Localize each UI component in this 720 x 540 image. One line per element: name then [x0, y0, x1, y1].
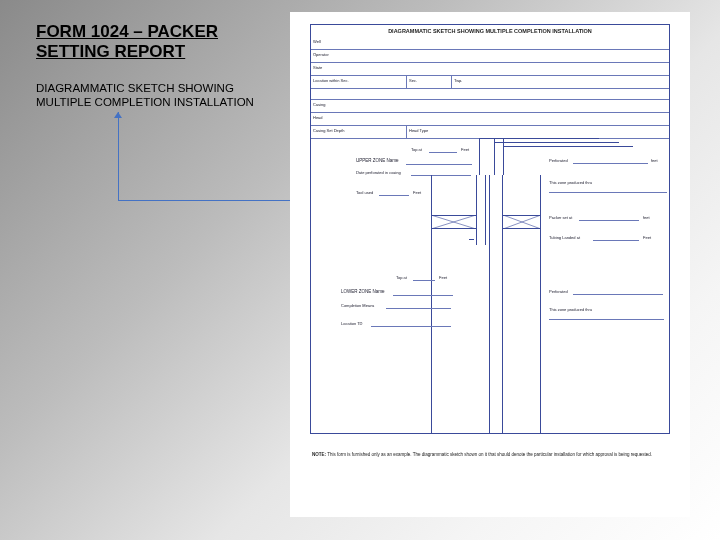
leader-line — [479, 138, 480, 175]
label-head-type: Head Type — [409, 128, 428, 133]
row-location: Location within Sec. Sec. Twp. — [311, 76, 669, 89]
blank-line — [406, 164, 472, 165]
label-lower-zone: LOWER ZONE Name — [341, 289, 385, 294]
label-feet: Feet — [461, 147, 469, 152]
label-casing: Casing — [313, 102, 325, 107]
label-tool: Tool used — [356, 190, 373, 195]
tubing-short-icon — [476, 175, 486, 245]
blank-line — [413, 280, 435, 281]
label-completion: Completion Means — [341, 303, 374, 308]
divider — [451, 76, 452, 88]
label-upper-zone: UPPER ZONE Name — [356, 158, 399, 163]
row-casing: Casing — [311, 100, 669, 113]
row-operator: Operator — [311, 50, 669, 63]
blank-line — [393, 295, 453, 296]
label-operator: Operator — [313, 52, 329, 57]
label-lz-feet: Feet — [439, 275, 447, 280]
label-state: State — [313, 65, 322, 70]
row-well: Well — [311, 37, 669, 50]
blank-line — [371, 326, 451, 327]
blank-line — [379, 195, 409, 196]
form-note: NOTE: This form is furnished only as an … — [312, 452, 668, 457]
packer-icon — [431, 215, 541, 229]
note-text: This form is furnished only as an exampl… — [327, 452, 652, 457]
label-date-perf: Date perforated in casing — [356, 170, 401, 175]
label-feet-3: feet — [651, 158, 658, 163]
label-feet-5: Feet — [643, 235, 651, 240]
tick-icon — [469, 239, 474, 240]
label-feet-4: feet — [643, 215, 650, 220]
form-frame: DIAGRAMMATIC SKETCH SHOWING MULTIPLE COM… — [310, 24, 670, 434]
casing-icon — [431, 175, 541, 433]
divider — [406, 126, 407, 138]
label-head: Head — [313, 115, 323, 120]
connector-horizontal — [118, 200, 305, 201]
label-packer-set: Packer set at — [549, 215, 572, 220]
row-head: Head — [311, 113, 669, 126]
label-location: Location within Sec. — [313, 78, 349, 83]
label-feet-2: Feet — [413, 190, 421, 195]
divider — [406, 76, 407, 88]
label-casing-set: Casing Set Depth — [313, 128, 344, 133]
blank-line — [573, 294, 663, 295]
leader-line — [503, 138, 504, 175]
leader-line — [494, 138, 495, 175]
blank-line — [579, 220, 639, 221]
label-perforated: Perforated — [549, 158, 568, 163]
label-tubing-landed: Tubing Landed at — [549, 235, 580, 240]
leader-line — [503, 146, 633, 147]
label-well: Well — [313, 39, 321, 44]
label-lz-this-zone: This zone produced thru — [549, 307, 592, 312]
label-top-at: Top at — [411, 147, 422, 152]
page-title: FORM 1024 – PACKER SETTING REPORT — [36, 22, 266, 63]
tubing-long-icon — [489, 175, 503, 433]
label-twp: Twp. — [454, 78, 462, 83]
row-state: State — [311, 63, 669, 76]
blank-line — [549, 192, 667, 193]
blank-line — [429, 152, 457, 153]
page-subtitle: DIAGRAMMATIC SKETCH SHOWING MULTIPLE COM… — [36, 82, 286, 110]
label-location-td: Location TD — [341, 321, 363, 326]
connector-vertical — [118, 112, 119, 200]
leader-line — [494, 142, 619, 143]
label-sec: Sec. — [409, 78, 417, 83]
blank-line — [573, 163, 648, 164]
label-this-zone: This zone produced thru — [549, 180, 592, 185]
blank-line — [386, 308, 451, 309]
row-spacer — [311, 89, 669, 100]
note-label: NOTE: — [312, 452, 326, 457]
form-heading: DIAGRAMMATIC SKETCH SHOWING MULTIPLE COM… — [311, 28, 669, 34]
blank-line — [549, 319, 664, 320]
blank-line — [593, 240, 639, 241]
label-lz-perforated: Perforated — [549, 289, 568, 294]
label-lz-top: Top at — [396, 275, 407, 280]
form-sheet: DIAGRAMMATIC SKETCH SHOWING MULTIPLE COM… — [290, 12, 690, 517]
leader-line — [479, 138, 599, 139]
